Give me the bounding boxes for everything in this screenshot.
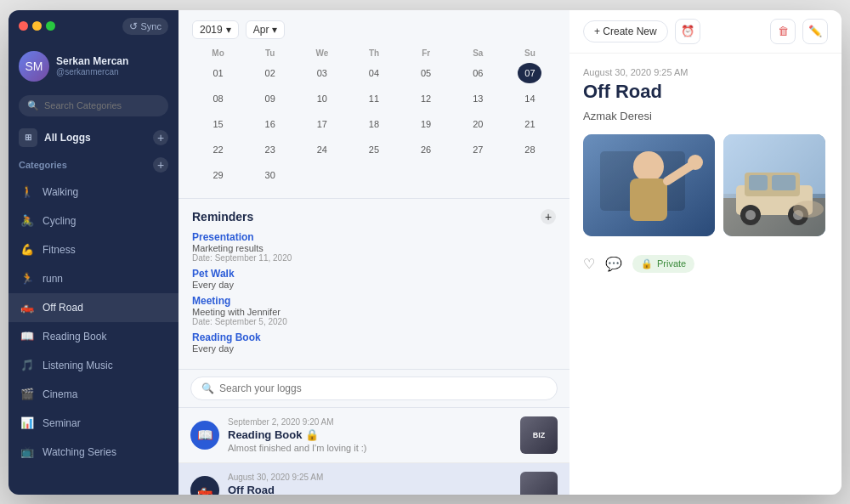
- calendar-day-cell[interactable]: 25: [348, 137, 400, 162]
- calendar-day-cell[interactable]: 27: [452, 137, 504, 162]
- calendar-day-cell[interactable]: 15: [192, 111, 244, 137]
- calendar-day-cell[interactable]: 11: [348, 86, 400, 111]
- category-label: Seminar: [42, 417, 81, 429]
- calendar-day-cell[interactable]: 22: [192, 137, 244, 162]
- calendar-day-cell: [504, 162, 556, 188]
- log-item[interactable]: 📖 September 2, 2020 9:20 AM Reading Book…: [178, 408, 570, 463]
- alarm-button[interactable]: ⏰: [675, 19, 700, 44]
- calendar-day-cell[interactable]: 17: [296, 111, 348, 137]
- category-icon: 🎬: [19, 386, 36, 403]
- month-selector[interactable]: Apr ▾: [246, 20, 286, 39]
- calendar-day-cell: [400, 162, 452, 188]
- traffic-lights: [19, 21, 55, 31]
- log-thumbnail: BIZ: [520, 416, 558, 454]
- sidebar-item-music[interactable]: 🎵 Listening Music: [8, 351, 178, 380]
- calendar-day-cell[interactable]: 20: [452, 111, 504, 137]
- reminders-list: Presentation Marketing results Date: Sep…: [192, 231, 556, 354]
- svg-rect-11: [749, 175, 768, 190]
- calendar-day-cell[interactable]: 28: [504, 137, 556, 162]
- calendar-day-cell[interactable]: 16: [244, 111, 296, 137]
- sidebar-item-series[interactable]: 📺 Watching Series: [8, 438, 178, 467]
- category-icon: 🚶: [19, 184, 36, 201]
- category-label: Walking: [42, 186, 78, 198]
- calendar-day-cell[interactable]: 03: [296, 60, 348, 86]
- add-logg-button[interactable]: +: [153, 130, 168, 145]
- calendar-day-header: Mo: [192, 46, 244, 60]
- create-new-button[interactable]: + Create New: [583, 20, 668, 42]
- search-categories-input[interactable]: [44, 100, 160, 110]
- calendar-day-cell[interactable]: 13: [452, 86, 504, 111]
- reminder-item[interactable]: Presentation Marketing results Date: Sep…: [192, 231, 556, 263]
- search-categories-container[interactable]: 🔍: [19, 95, 168, 116]
- calendar-day-cell: [452, 162, 504, 188]
- sidebar-item-seminar[interactable]: 📊 Seminar: [8, 409, 178, 438]
- search-icon: 🔍: [27, 100, 39, 111]
- reminder-item[interactable]: Pet Walk Every day: [192, 268, 556, 290]
- calendar-day-cell[interactable]: 30: [244, 162, 296, 188]
- comment-button[interactable]: 💬: [605, 256, 622, 272]
- sidebar-item-fitness[interactable]: 💪 Fitness: [8, 235, 178, 264]
- create-new-label: + Create New: [594, 25, 657, 37]
- calendar-day-cell[interactable]: 23: [244, 137, 296, 162]
- traffic-light-red[interactable]: [19, 21, 28, 31]
- year-selector[interactable]: 2019 ▾: [192, 20, 239, 39]
- calendar-day-cell[interactable]: 07: [504, 60, 556, 86]
- calendar-day-cell[interactable]: 12: [400, 86, 452, 111]
- calendar-day-header: Fr: [400, 46, 452, 60]
- log-icon: 🛻: [190, 476, 219, 495]
- calendar-day-cell[interactable]: 19: [400, 111, 452, 137]
- reminder-date: Date: September 11, 2020: [192, 253, 556, 263]
- month-label: Apr: [253, 24, 269, 36]
- sync-button[interactable]: ↺ Sync: [122, 18, 168, 35]
- all-loggs-row[interactable]: ⊞ All Loggs +: [8, 122, 178, 154]
- category-icon: 🚴: [19, 212, 36, 229]
- calendar-day-cell[interactable]: 04: [348, 60, 400, 86]
- photo-car[interactable]: [723, 134, 825, 236]
- calendar-day-cell[interactable]: 06: [452, 60, 504, 86]
- calendar-day-cell[interactable]: 29: [192, 162, 244, 188]
- reminder-item[interactable]: Meeting Meeting with Jennifer Date: Sept…: [192, 295, 556, 326]
- reminder-date: Date: September 5, 2020: [192, 317, 556, 326]
- calendar-day-cell[interactable]: 14: [504, 86, 556, 111]
- calendar-day-cell[interactable]: 21: [504, 111, 556, 137]
- delete-button[interactable]: 🗑: [770, 19, 796, 44]
- traffic-light-yellow[interactable]: [32, 21, 42, 31]
- add-reminder-button[interactable]: +: [541, 209, 556, 224]
- calendar-day-cell[interactable]: 26: [400, 137, 452, 162]
- sidebar-item-cinema[interactable]: 🎬 Cinema: [8, 380, 178, 409]
- like-button[interactable]: ♡: [583, 256, 595, 272]
- calendar-day-cell[interactable]: 08: [192, 86, 244, 111]
- reminder-item[interactable]: Reading Book Every day: [192, 331, 556, 354]
- edit-icon: ✏️: [808, 25, 822, 37]
- calendar-day-cell[interactable]: 09: [244, 86, 296, 111]
- all-loggs-label: All Loggs: [44, 132, 91, 144]
- category-label: Reading Book: [42, 331, 106, 343]
- sidebar-item-offroad[interactable]: 🛻 Off Road: [8, 293, 178, 322]
- traffic-light-green[interactable]: [46, 21, 55, 31]
- category-label: Off Road: [42, 302, 83, 314]
- reminder-desc: Meeting with Jennifer: [192, 307, 556, 317]
- calendar-day-cell[interactable]: 10: [296, 86, 348, 111]
- titlebar: ↺ Sync: [8, 10, 178, 42]
- categories-header: Categories +: [8, 154, 178, 176]
- sidebar-item-cycling[interactable]: 🚴 Cycling: [8, 207, 178, 235]
- photo-person[interactable]: [583, 134, 715, 236]
- calendar-day-header: Su: [504, 46, 556, 60]
- calendar-day-cell[interactable]: 18: [348, 111, 400, 137]
- sidebar-item-runn[interactable]: 🏃 runn: [8, 264, 178, 293]
- calendar-day-cell[interactable]: 24: [296, 137, 348, 162]
- category-icon: 🏃: [19, 270, 36, 287]
- edit-button[interactable]: ✏️: [802, 19, 828, 44]
- log-search-input[interactable]: [219, 382, 547, 394]
- add-category-button[interactable]: +: [153, 157, 168, 173]
- calendar-day-cell[interactable]: 01: [192, 60, 244, 86]
- calendar-day-cell[interactable]: 05: [400, 60, 452, 86]
- lock-icon: 🔒: [641, 258, 653, 269]
- log-item[interactable]: 🛻 August 30, 2020 9:25 AM Off Road Azmak…: [178, 463, 570, 495]
- sidebar-item-walking[interactable]: 🚶 Walking: [8, 178, 178, 207]
- sidebar-item-reading[interactable]: 📖 Reading Book: [8, 322, 178, 351]
- reminders-section: Reminders + Presentation Marketing resul…: [178, 199, 570, 370]
- detail-location: Azmak Deresi: [583, 110, 828, 122]
- log-search-container[interactable]: 🔍: [190, 377, 558, 400]
- calendar-day-cell[interactable]: 02: [244, 60, 296, 86]
